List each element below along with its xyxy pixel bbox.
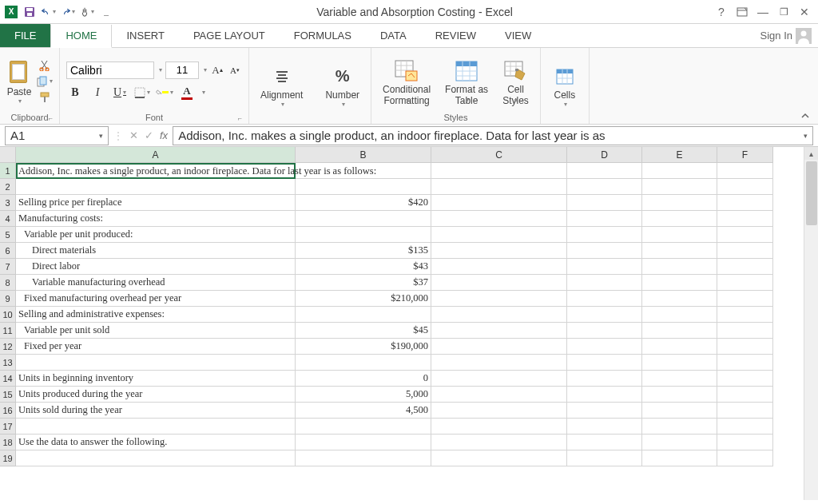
row-header[interactable]: 14 xyxy=(0,371,16,387)
enter-formula-icon[interactable]: ✓ xyxy=(145,129,153,141)
dropdown-icon[interactable]: ▾ xyxy=(514,97,518,104)
row-header[interactable]: 11 xyxy=(0,323,16,339)
cell[interactable] xyxy=(717,450,773,466)
cell[interactable] xyxy=(567,275,642,291)
column-header[interactable]: F xyxy=(717,147,773,163)
tab-home[interactable]: HOME xyxy=(50,25,112,48)
cell[interactable] xyxy=(717,307,773,323)
cell[interactable] xyxy=(642,339,717,355)
column-header[interactable]: C xyxy=(431,147,567,163)
dropdown-icon[interactable]: ▾ xyxy=(202,89,205,96)
minimize-button[interactable]: — xyxy=(757,6,768,18)
cell[interactable] xyxy=(642,243,717,259)
cell[interactable]: $43 xyxy=(296,259,431,275)
cancel-formula-icon[interactable]: ✕ xyxy=(129,129,138,141)
cell[interactable]: $135 xyxy=(296,243,431,259)
cell[interactable] xyxy=(642,291,717,307)
row-header[interactable]: 6 xyxy=(0,243,16,259)
row-header[interactable]: 7 xyxy=(0,259,16,275)
cell[interactable] xyxy=(296,355,431,371)
cell[interactable] xyxy=(431,435,567,450)
font-size-select[interactable] xyxy=(165,62,199,79)
cell[interactable] xyxy=(16,179,296,195)
cell[interactable]: Fixed per year xyxy=(16,339,296,355)
row-header[interactable]: 5 xyxy=(0,227,16,243)
dropdown-icon[interactable]: ▾ xyxy=(159,66,162,73)
cell[interactable] xyxy=(567,179,642,195)
row-header[interactable]: 1 xyxy=(0,163,16,179)
scroll-up-icon[interactable]: ▴ xyxy=(804,147,818,160)
customize-qat-icon[interactable]: ⎯ xyxy=(99,5,113,19)
cell[interactable] xyxy=(567,435,642,450)
tab-review[interactable]: REVIEW xyxy=(421,24,490,47)
cell[interactable] xyxy=(296,307,431,323)
column-header[interactable]: E xyxy=(642,147,717,163)
decrease-font-icon[interactable]: A▾ xyxy=(228,63,242,77)
formula-input[interactable]: Addison, Inc. makes a single product, an… xyxy=(173,126,813,145)
cell[interactable] xyxy=(717,163,773,179)
dialog-launcher-icon[interactable]: ⌐ xyxy=(49,114,53,122)
column-header[interactable]: B xyxy=(296,147,431,163)
paste-button[interactable]: Paste ▾ xyxy=(6,58,32,105)
ribbon-display-options[interactable] xyxy=(737,6,748,18)
row-header[interactable]: 13 xyxy=(0,355,16,371)
cell[interactable] xyxy=(431,339,567,355)
row-header[interactable]: 3 xyxy=(0,195,16,211)
fill-color-button[interactable]: ▾ xyxy=(156,84,173,101)
cell[interactable] xyxy=(431,163,567,179)
cell[interactable]: Selling price per fireplace xyxy=(16,195,296,211)
underline-button[interactable]: U▾ xyxy=(111,84,129,101)
cell[interactable]: 0 xyxy=(296,371,431,387)
cut-button[interactable] xyxy=(37,58,53,73)
cell[interactable] xyxy=(567,259,642,275)
scroll-thumb[interactable] xyxy=(806,161,817,225)
cell[interactable] xyxy=(567,419,642,435)
cell[interactable] xyxy=(431,450,567,466)
cell[interactable] xyxy=(717,259,773,275)
cell[interactable] xyxy=(16,419,296,435)
cell[interactable] xyxy=(717,371,773,387)
row-header[interactable]: 17 xyxy=(0,419,16,435)
cell[interactable] xyxy=(642,211,717,227)
cell[interactable] xyxy=(717,403,773,419)
dropdown-icon[interactable]: ▾ xyxy=(406,97,409,104)
cell[interactable] xyxy=(717,227,773,243)
cell[interactable] xyxy=(431,419,567,435)
row-header[interactable]: 4 xyxy=(0,211,16,227)
dropdown-icon[interactable]: ▾ xyxy=(53,8,56,15)
cell[interactable]: Units in beginning inventory xyxy=(16,371,296,387)
cell[interactable] xyxy=(431,403,567,419)
cell[interactable] xyxy=(642,371,717,387)
cell[interactable]: $420 xyxy=(296,195,431,211)
undo-icon[interactable]: ▾ xyxy=(42,5,56,19)
dropdown-icon[interactable]: ▾ xyxy=(18,97,22,105)
cell[interactable] xyxy=(431,275,567,291)
row-header[interactable]: 16 xyxy=(0,403,16,419)
cell[interactable] xyxy=(642,259,717,275)
cells-button[interactable]: Cells ▾ xyxy=(547,62,582,109)
cell[interactable] xyxy=(567,371,642,387)
cell[interactable] xyxy=(642,323,717,339)
cell[interactable] xyxy=(431,355,567,371)
cell[interactable] xyxy=(431,179,567,195)
cell[interactable] xyxy=(567,291,642,307)
dropdown-icon[interactable]: ▾ xyxy=(50,77,53,85)
cell[interactable] xyxy=(717,211,773,227)
help-button[interactable]: ? xyxy=(716,6,727,18)
cell[interactable] xyxy=(642,450,717,466)
cell[interactable] xyxy=(431,371,567,387)
cell[interactable]: $190,000 xyxy=(296,339,431,355)
cell[interactable] xyxy=(717,275,773,291)
tab-data[interactable]: DATA xyxy=(366,24,421,47)
cell[interactable]: Use the data to answer the following. xyxy=(16,435,296,450)
cell[interactable] xyxy=(717,323,773,339)
cell[interactable] xyxy=(642,275,717,291)
cell[interactable] xyxy=(567,195,642,211)
cell[interactable] xyxy=(567,355,642,371)
tab-page-layout[interactable]: PAGE LAYOUT xyxy=(179,24,280,47)
cell[interactable] xyxy=(642,179,717,195)
cell[interactable]: 5,000 xyxy=(296,387,431,403)
row-header[interactable]: 18 xyxy=(0,435,16,450)
cell[interactable] xyxy=(642,227,717,243)
redo-icon[interactable]: ▾ xyxy=(61,5,75,19)
